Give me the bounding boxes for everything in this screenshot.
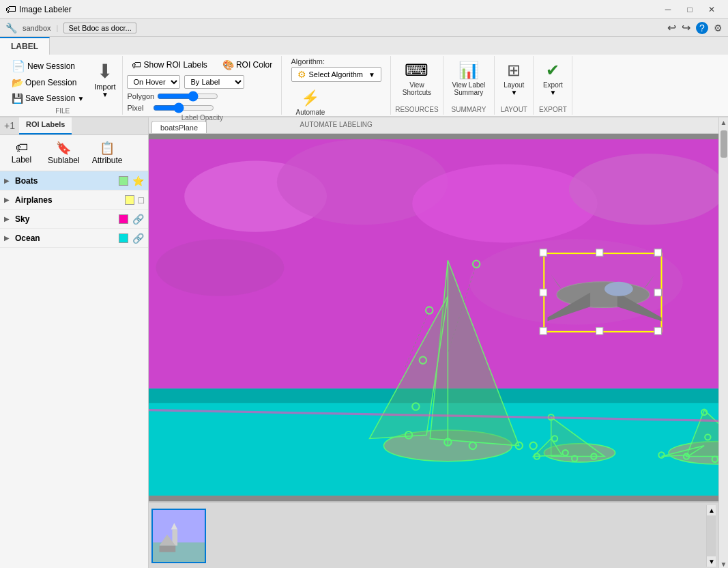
content-tabs: boatsPlane: [149, 117, 718, 134]
svg-rect-63: [160, 545, 176, 552]
import-dropdown-icon[interactable]: ▼: [102, 91, 108, 98]
summary-group-label: SUMMARY: [451, 104, 486, 113]
show-roi-labels-button[interactable]: 🏷 Show ROI Labels: [127, 57, 212, 72]
automate-button[interactable]: ⚡ Automate: [291, 86, 330, 119]
label-icon: 🔗: [132, 214, 144, 225]
export-group-label: EXPORT: [539, 104, 567, 113]
automate-icon: ⚡: [301, 89, 319, 107]
app-title: Image Labeler: [19, 5, 72, 14]
label-list: ▶ Boats ⭐ ▶ Airplanes □ ▶ Sky 🔗 ▶ Ocean …: [0, 171, 148, 568]
view-shortcuts-button[interactable]: ⌨ ViewShortcuts: [398, 57, 436, 100]
label-item[interactable]: ▶ Sky 🔗: [0, 210, 148, 229]
ribbon-tabs: LABEL: [0, 37, 728, 55]
expand-arrow: ▶: [4, 234, 12, 242]
left-panel: +1 ROI Labels 🏷 Label 🔖 Sublabel 📋 Attri…: [0, 117, 149, 568]
roi-labels-tab[interactable]: ROI Labels: [19, 117, 72, 134]
open-session-icon: 📂: [12, 77, 23, 88]
close-button[interactable]: ✕: [701, 0, 723, 19]
svg-point-3: [412, 165, 597, 243]
settings-icon[interactable]: ⚙: [714, 23, 723, 33]
attribute-button[interactable]: 📋 Attribute: [87, 138, 128, 168]
ribbon: LABEL 📄 New Session 📂 Open Session 💾: [0, 37, 728, 117]
new-session-icon: 📄: [12, 59, 25, 72]
algorithm-label: Algorithm:: [291, 57, 381, 66]
help-icon[interactable]: ?: [696, 22, 708, 34]
select-algorithm-button[interactable]: ⚙ Select Algorithm ▼: [291, 67, 381, 82]
save-session-button[interactable]: 💾 Save Session ▼: [7, 91, 89, 106]
export-dropdown-icon[interactable]: ▼: [549, 89, 556, 96]
minimize-button[interactable]: ─: [657, 0, 679, 19]
bdoc-button[interactable]: Set Bdoc as docr...: [63, 23, 136, 33]
sandbox-label: sandbox: [23, 24, 51, 32]
label-color-swatch: [119, 233, 128, 243]
boats-plane-tab[interactable]: boatsPlane: [151, 121, 207, 133]
new-session-button[interactable]: 📄 New Session: [7, 57, 89, 74]
roi-buttons: 🏷 Label 🔖 Sublabel 📋 Attribute: [0, 135, 148, 171]
pixel-opacity-slider[interactable]: [153, 103, 214, 113]
save-dropdown-icon[interactable]: ▼: [77, 95, 84, 102]
label-item[interactable]: ▶ Ocean 🔗: [0, 229, 148, 248]
scroll-up-button[interactable]: ▲: [719, 117, 728, 128]
file-group: 📄 New Session 📂 Open Session 💾 Save Sess…: [3, 56, 123, 115]
shortcuts-icon: ⌨: [405, 61, 428, 80]
undo-icon[interactable]: ↩: [667, 21, 676, 34]
main-area: +1 ROI Labels 🏷 Label 🔖 Sublabel 📋 Attri…: [0, 117, 728, 568]
svg-point-5: [156, 239, 284, 296]
layout-group-label: LAYOUT: [501, 104, 527, 113]
import-button[interactable]: ⬇ Import ▼: [91, 57, 118, 101]
export-button[interactable]: ✔ Export ▼: [538, 57, 568, 100]
maximize-button[interactable]: □: [679, 0, 701, 19]
automate-group: Algorithm: ⚙ Select Algorithm ▼ ⚡ Automa…: [282, 56, 391, 115]
thumbnail-item[interactable]: [151, 509, 206, 563]
label-icon: ⭐: [132, 175, 144, 186]
ribbon-toolbar: 📄 New Session 📂 Open Session 💾 Save Sess…: [0, 55, 728, 116]
svg-rect-48: [654, 289, 661, 296]
label-icon: □: [139, 195, 144, 205]
label-item[interactable]: ▶ Boats ⭐: [0, 171, 148, 190]
by-label-dropdown[interactable]: By Label By Instance: [184, 75, 244, 89]
expand-arrow: ▶: [4, 215, 12, 223]
label-name: Ocean: [15, 233, 119, 243]
attribute-icon: 📋: [100, 141, 115, 156]
layout-group: ⊞ Layout ▼ LAYOUT: [495, 56, 534, 115]
canvas-area[interactable]: [149, 134, 718, 501]
expand-arrow: ▶: [4, 196, 12, 203]
image-canvas: [149, 134, 718, 501]
label-color-swatch: [125, 195, 134, 205]
app-icon: 🏷: [5, 3, 16, 16]
layout-button[interactable]: ⊞ Layout ▼: [499, 57, 529, 100]
export-group: ✔ Export ▼ EXPORT: [534, 56, 572, 115]
polygon-opacity-slider[interactable]: [157, 91, 218, 101]
polygon-label: Polygon: [127, 92, 154, 100]
svg-rect-50: [596, 328, 602, 335]
pixel-label: Pixel: [127, 104, 143, 112]
tab-label[interactable]: LABEL: [0, 37, 50, 55]
label-button[interactable]: 🏷 Label: [3, 138, 40, 168]
thumb-scroll-up[interactable]: ▲: [707, 505, 716, 515]
roi-color-button[interactable]: 🎨 ROI Color: [218, 57, 277, 72]
svg-rect-49: [540, 328, 547, 335]
content-area: boatsPlane: [149, 117, 718, 568]
right-scrollbar: ▲ ▼: [718, 117, 728, 568]
add-panel-button[interactable]: +1: [0, 117, 19, 134]
titlebar: 🏷 Image Labeler ─ □ ✕: [0, 0, 728, 19]
summary-icon: 📊: [458, 61, 479, 80]
algo-dropdown-icon[interactable]: ▼: [368, 71, 375, 79]
label-name: Airplanes: [15, 195, 125, 205]
resources-group-label: RESOURCES: [395, 104, 438, 113]
on-hover-dropdown[interactable]: On Hover Always Never: [127, 75, 180, 89]
sandbox-icon: 🔧: [5, 23, 17, 33]
svg-rect-46: [654, 249, 661, 256]
view-label-summary-button[interactable]: 📊 View LabelSummary: [448, 57, 491, 100]
scroll-thumb[interactable]: [720, 130, 727, 158]
label-name: Boats: [15, 176, 119, 186]
thumb-scroll-down[interactable]: ▼: [707, 556, 716, 567]
roi-labels-icon: 🏷: [132, 59, 141, 70]
open-session-button[interactable]: 📂 Open Session: [7, 75, 89, 90]
scroll-down-button[interactable]: ▼: [719, 559, 728, 568]
roi-color-icon: 🎨: [222, 59, 234, 70]
label-item[interactable]: ▶ Airplanes □: [0, 190, 148, 210]
layout-dropdown-icon[interactable]: ▼: [510, 89, 517, 96]
redo-icon[interactable]: ↪: [682, 21, 690, 34]
sublabel-button[interactable]: 🔖 Sublabel: [43, 138, 85, 168]
